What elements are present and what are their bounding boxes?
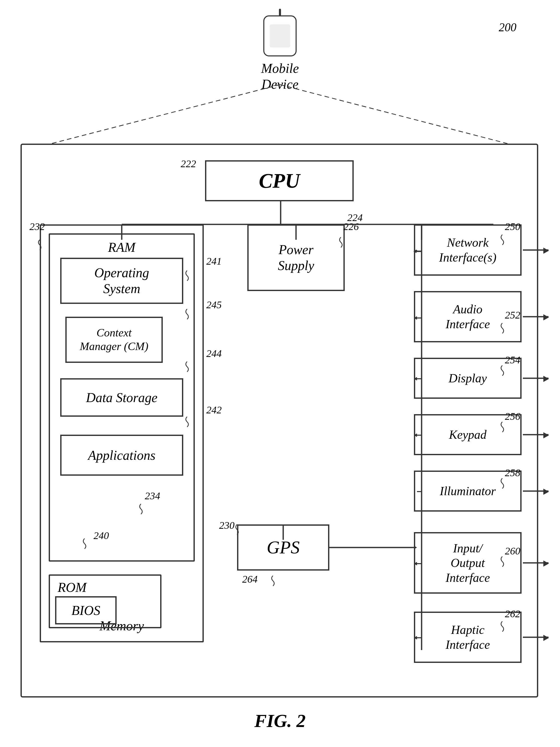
ref-260: 260 bbox=[505, 545, 520, 557]
ram-outer-box: RAM Operating System Context Manager (CM… bbox=[49, 233, 195, 562]
ref-262: 262 bbox=[505, 608, 520, 620]
display-arrow-right bbox=[523, 378, 549, 379]
data-storage-box: Data Storage bbox=[60, 378, 183, 417]
haptic-interface-label: Haptic Interface bbox=[446, 622, 490, 652]
cm-label: Context Manager (CM) bbox=[80, 326, 149, 353]
os-box: Operating System bbox=[60, 258, 183, 304]
network-arrow-right bbox=[523, 250, 549, 251]
rom-outer-box: ROM BIOS bbox=[49, 574, 161, 628]
io-interface-label: Input/ Output Interface bbox=[446, 541, 490, 585]
gps-box: GPS bbox=[237, 524, 329, 571]
gps-label: GPS bbox=[267, 537, 300, 558]
audio-arrow-right bbox=[523, 316, 549, 317]
ref-234: 234 bbox=[145, 490, 160, 502]
illuminator-label: Illuminator bbox=[440, 484, 496, 498]
network-interface-label: Network Interface(s) bbox=[439, 235, 497, 265]
apps-label: Applications bbox=[88, 448, 156, 463]
svg-line-1 bbox=[280, 85, 507, 144]
cpu-box: CPU bbox=[205, 160, 354, 201]
power-supply-box: Power Supply bbox=[247, 224, 345, 291]
ds-label: Data Storage bbox=[86, 390, 158, 405]
io-arrow-right bbox=[523, 562, 549, 564]
ref-222: 222 bbox=[181, 158, 196, 170]
ref-200: 200 bbox=[499, 21, 516, 34]
audio-interface-label: Audio Interface bbox=[446, 302, 490, 331]
ref-230: 230 bbox=[219, 519, 235, 531]
os-label: Operating System bbox=[94, 265, 149, 297]
ref-244: 244 bbox=[206, 347, 222, 360]
mobile-device-icon bbox=[263, 16, 296, 56]
figure-caption: FIG. 2 bbox=[254, 710, 305, 731]
rom-label: ROM bbox=[58, 580, 87, 595]
svg-line-0 bbox=[51, 85, 280, 144]
ref-264: 264 bbox=[242, 573, 258, 585]
ref-256: 256 bbox=[505, 410, 520, 422]
memory-outer-box: Memory RAM Operating System Context Mana… bbox=[40, 224, 204, 642]
applications-box: Applications bbox=[60, 435, 183, 476]
main-system-box: CPU 222 224 Memory RAM Operating System bbox=[21, 144, 538, 697]
ps-label: Power Supply bbox=[278, 242, 314, 274]
bios-label: BIOS bbox=[72, 603, 101, 618]
cpu-label: CPU bbox=[259, 169, 300, 192]
ref-232: 232 bbox=[29, 221, 45, 233]
mobile-device-area: Mobile Device bbox=[261, 16, 299, 93]
keypad-arrow-right bbox=[523, 434, 549, 435]
ref-252: 252 bbox=[505, 309, 520, 321]
ref-226: 226 bbox=[343, 221, 359, 233]
ref-258: 258 bbox=[505, 467, 520, 479]
bios-box: BIOS bbox=[55, 596, 116, 624]
page: 200 Mobile Device CPU 222 224 Memory bbox=[0, 0, 560, 747]
display-label: Display bbox=[449, 371, 487, 386]
context-manager-box: Context Manager (CM) bbox=[65, 317, 163, 363]
haptic-arrow-right bbox=[523, 637, 549, 638]
ref-254: 254 bbox=[505, 354, 520, 366]
mobile-screen bbox=[270, 24, 290, 47]
ref-241: 241 bbox=[206, 255, 222, 267]
keypad-label: Keypad bbox=[449, 427, 487, 442]
ref-240: 240 bbox=[94, 530, 109, 542]
ref-250: 250 bbox=[505, 221, 520, 233]
io-interface-box: Input/ Output Interface bbox=[414, 532, 522, 594]
mobile-device-label: Mobile Device bbox=[261, 60, 299, 93]
ref-245: 245 bbox=[206, 299, 222, 311]
ram-label: RAM bbox=[108, 240, 136, 255]
ref-242: 242 bbox=[206, 404, 222, 416]
illuminator-arrow-right bbox=[523, 491, 549, 492]
